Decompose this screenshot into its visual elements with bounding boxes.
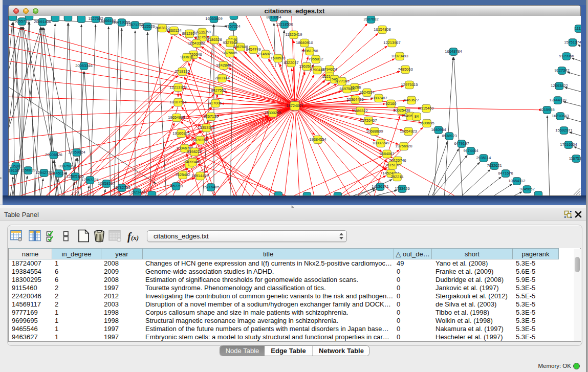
svg-text:5498222: 5498222 <box>187 149 202 154</box>
svg-text:2087682: 2087682 <box>363 17 378 21</box>
svg-text:8878352: 8878352 <box>192 138 207 142</box>
svg-text:1615132: 1615132 <box>385 163 400 167</box>
svg-text:9699695: 9699695 <box>419 121 434 125</box>
svg-text:10958107: 10958107 <box>98 181 115 186</box>
svg-text:15720407: 15720407 <box>360 118 377 123</box>
svg-text:1145114: 1145114 <box>52 171 66 176</box>
svg-text:10654112: 10654112 <box>509 179 526 183</box>
svg-text:39139: 39139 <box>9 168 19 173</box>
svg-text:10025438: 10025438 <box>393 108 410 113</box>
svg-text:252214: 252214 <box>390 174 403 179</box>
svg-text:84: 84 <box>415 114 419 119</box>
svg-text:39975867: 39975867 <box>58 164 75 168</box>
svg-text:9794024: 9794024 <box>322 67 337 72</box>
svg-text:12093822: 12093822 <box>551 83 568 88</box>
svg-text:10973493: 10973493 <box>391 54 408 58</box>
svg-text:19384554: 19384554 <box>309 137 326 142</box>
svg-text:2935114: 2935114 <box>476 156 491 160</box>
svg-text:19756928: 19756928 <box>395 144 412 148</box>
svg-text:8454749: 8454749 <box>246 47 260 52</box>
svg-text:12942737: 12942737 <box>35 170 52 175</box>
svg-text:15692971: 15692971 <box>555 128 572 133</box>
svg-text:7357224: 7357224 <box>225 24 240 29</box>
svg-text:8215955: 8215955 <box>539 107 554 112</box>
svg-text:8813054: 8813054 <box>266 16 281 19</box>
svg-text:16648784: 16648784 <box>445 49 462 54</box>
svg-text:12213369: 12213369 <box>169 85 186 90</box>
svg-text:9115460: 9115460 <box>419 106 434 111</box>
svg-text:2718126: 2718126 <box>175 69 189 74</box>
svg-text:9242848: 9242848 <box>216 63 231 68</box>
svg-text:1733426: 1733426 <box>395 186 409 191</box>
svg-text:20691406: 20691406 <box>34 19 51 24</box>
svg-text:18640910: 18640910 <box>296 40 313 45</box>
svg-text:8860124: 8860124 <box>166 28 181 33</box>
svg-text:9474444: 9474444 <box>463 148 478 153</box>
svg-text:3875685: 3875685 <box>222 51 237 55</box>
svg-text:9227342: 9227342 <box>554 68 569 73</box>
svg-text:16210643: 16210643 <box>552 114 569 118</box>
svg-text:10688609: 10688609 <box>366 129 383 134</box>
svg-text:7986322: 7986322 <box>353 108 367 113</box>
svg-text:14099489: 14099489 <box>184 160 201 164</box>
svg-text:1167533: 1167533 <box>569 156 581 161</box>
svg-text:18300295: 18300295 <box>264 111 281 115</box>
svg-text:10807487: 10807487 <box>370 96 387 100</box>
svg-text:17957225: 17957225 <box>81 178 98 182</box>
svg-text:15716485: 15716485 <box>202 185 219 189</box>
svg-text:117006: 117006 <box>209 101 222 105</box>
svg-text:19166825: 19166825 <box>172 131 189 136</box>
svg-text:17016504: 17016504 <box>560 142 577 147</box>
svg-text:14136141: 14136141 <box>372 184 388 189</box>
svg-text:8938923: 8938923 <box>442 134 456 138</box>
svg-text:11325419: 11325419 <box>286 32 302 37</box>
svg-text:10107554: 10107554 <box>169 100 186 104</box>
svg-text:8186328: 8186328 <box>207 37 222 42</box>
svg-text:12975115: 12975115 <box>401 82 418 87</box>
svg-text:6497568: 6497568 <box>339 86 354 91</box>
svg-text:1112: 1112 <box>575 26 581 31</box>
svg-text:9884067: 9884067 <box>379 151 394 156</box>
svg-text:9777169: 9777169 <box>334 79 349 83</box>
svg-text:7485063: 7485063 <box>398 67 412 72</box>
svg-text:13218506: 13218506 <box>276 22 293 27</box>
svg-text:1156829: 1156829 <box>21 168 36 172</box>
svg-text:17359924: 17359924 <box>68 150 85 155</box>
svg-text:8427552: 8427552 <box>211 88 226 93</box>
svg-text:18807249: 18807249 <box>372 141 389 145</box>
svg-text:12444139: 12444139 <box>549 98 566 102</box>
svg-text:12923446: 12923446 <box>128 190 145 194</box>
svg-text:7625402: 7625402 <box>175 172 190 177</box>
svg-text:16782759: 16782759 <box>113 185 130 190</box>
svg-text:62160: 62160 <box>386 101 397 106</box>
svg-text:7955812: 7955812 <box>308 57 323 61</box>
svg-text:19654985: 19654985 <box>168 115 185 120</box>
svg-text:20053346: 20053346 <box>75 63 92 68</box>
svg-text:19654923: 19654923 <box>400 129 417 134</box>
svg-text:18724007: 18724007 <box>286 103 303 108</box>
svg-text:8322037: 8322037 <box>284 60 298 65</box>
svg-text:7632621: 7632621 <box>487 163 502 168</box>
svg-text:9129966: 9129966 <box>559 54 574 58</box>
svg-text:12213967: 12213967 <box>383 40 400 45</box>
svg-text:15751074: 15751074 <box>564 40 581 45</box>
svg-text:1588520: 1588520 <box>270 56 285 60</box>
svg-text:20206526: 20206526 <box>45 152 62 157</box>
svg-text:16053809: 16053809 <box>205 16 222 21</box>
svg-text:9245652: 9245652 <box>519 187 534 191</box>
svg-text:16543382: 16543382 <box>188 41 205 46</box>
svg-text:9055712: 9055712 <box>14 19 29 24</box>
svg-text:2803144: 2803144 <box>214 76 229 80</box>
svg-text:9463627: 9463627 <box>404 98 419 102</box>
svg-text:1640954: 1640954 <box>431 127 446 132</box>
svg-text:989618: 989618 <box>180 55 193 59</box>
svg-text:7515526: 7515526 <box>140 24 155 29</box>
svg-text:13353594: 13353594 <box>198 125 214 130</box>
svg-text:16914479: 16914479 <box>191 173 208 178</box>
svg-text:9657791: 9657791 <box>168 184 183 188</box>
svg-text:20364436: 20364436 <box>346 97 363 102</box>
svg-text:16961758: 16961758 <box>301 49 318 53</box>
svg-text:3624554: 3624554 <box>359 90 374 95</box>
svg-text:16154808: 16154808 <box>374 27 390 32</box>
svg-text:3267130: 3267130 <box>203 114 218 119</box>
